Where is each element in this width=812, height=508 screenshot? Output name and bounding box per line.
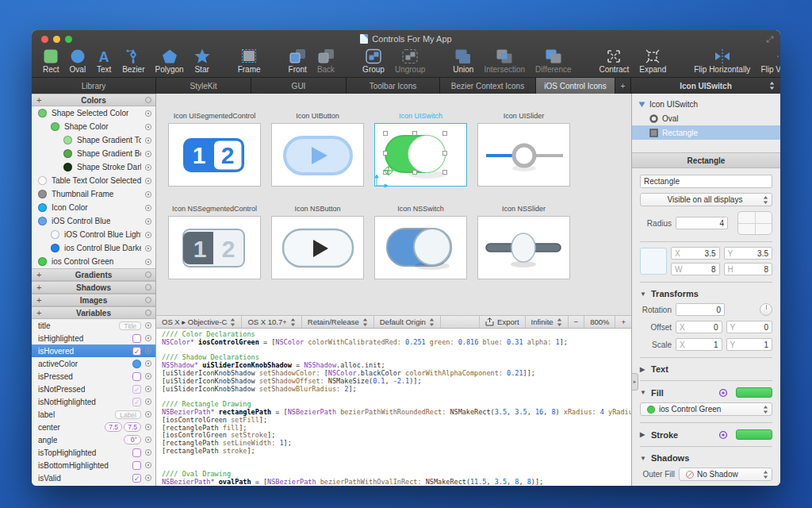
- offset-y-field[interactable]: Y0: [726, 321, 773, 333]
- variable-value-field[interactable]: 7.5: [124, 422, 141, 432]
- canvas-card-icon-uiswitch[interactable]: [374, 123, 467, 187]
- tab-bezier-context-icons[interactable]: Bezier Context Icons: [440, 78, 536, 94]
- color-item-shape-stroke-darker[interactable]: Shape Stroke Darker: [32, 160, 155, 174]
- tab-toolbar-icons[interactable]: Toolbar Icons: [347, 78, 440, 94]
- shadows-section[interactable]: ▼ Shadows: [640, 453, 772, 463]
- export-button[interactable]: Export: [479, 316, 524, 328]
- variable-item-center[interactable]: center7.57.5: [32, 421, 155, 433]
- toolbar-group-button[interactable]: Group: [362, 48, 385, 74]
- canvas-card-icon-nssegmentedcontrol[interactable]: 12: [168, 216, 261, 279]
- variable-item-ispressed[interactable]: isPressed: [32, 370, 155, 383]
- color-item-shape-selected-color[interactable]: Shape Selected Color: [32, 106, 155, 120]
- toolbar-front-button[interactable]: Front: [289, 48, 307, 74]
- variable-item-activecolor[interactable]: activeColor: [32, 357, 155, 370]
- variable-item-isvalid[interactable]: isValid✓: [32, 471, 155, 484]
- variable-checkbox[interactable]: ✓: [132, 398, 141, 406]
- variable-checkbox[interactable]: ✓: [132, 474, 141, 483]
- canvas-card-icon-uisegmentedcontrol[interactable]: 12: [168, 123, 261, 187]
- color-item-ios-control-blue-darker[interactable]: ios Control Blue Darker: [32, 241, 155, 255]
- library-section-variables[interactable]: +Variables: [32, 306, 155, 319]
- tab-stylekit[interactable]: StyleKit: [156, 78, 251, 94]
- variable-checkbox[interactable]: [132, 334, 141, 343]
- add-icon[interactable]: +: [36, 95, 41, 105]
- radius-field[interactable]: 4: [676, 217, 728, 229]
- rotation-dial[interactable]: [760, 303, 772, 316]
- scale-x-field[interactable]: X1: [676, 338, 722, 351]
- code-popup-retain-release[interactable]: Retain/Release: [302, 316, 374, 328]
- variable-item-ishighlighted[interactable]: isHighlighted: [32, 332, 155, 344]
- code-view[interactable]: //// Color DeclarationsNSColor* iosContr…: [156, 329, 631, 486]
- variable-item-title[interactable]: titleTitle: [32, 319, 155, 332]
- toolbar-rect-button[interactable]: Rect: [43, 48, 59, 74]
- variable-checkbox[interactable]: [132, 461, 141, 470]
- color-item-icon-color[interactable]: Icon Color: [32, 201, 155, 214]
- layer-icon-uiswitch[interactable]: Icon UISwitch: [632, 97, 780, 111]
- canvas-card-icon-uislider[interactable]: [477, 123, 570, 187]
- fill-swatch[interactable]: [736, 387, 772, 398]
- toolbar-oval-button[interactable]: Oval: [70, 48, 86, 74]
- fill-target-icon[interactable]: [718, 388, 728, 398]
- toolbar-union-button[interactable]: Union: [453, 48, 473, 74]
- title-bar[interactable]: Controls For My App ⤢: [32, 30, 780, 48]
- text-section[interactable]: ▶ Text: [640, 364, 772, 374]
- toolbar-flip-horizontally-button[interactable]: Flip Horizontally: [694, 48, 750, 74]
- toolbar-expand-button[interactable]: Expand: [639, 48, 666, 74]
- stroke-swatch[interactable]: [736, 429, 772, 440]
- color-item-shape-gradient-top[interactable]: Shape Gradient Top: [32, 133, 155, 147]
- layer-oval[interactable]: Oval: [632, 111, 780, 125]
- add-icon[interactable]: +: [36, 295, 41, 305]
- variable-item-istophighlighted[interactable]: isTopHighlighted: [32, 446, 155, 459]
- canvas-card-icon-uibutton[interactable]: [271, 123, 364, 187]
- width-field[interactable]: W8: [671, 263, 720, 275]
- tab-ios-control-icons[interactable]: iOS Control Icons: [536, 78, 615, 94]
- variable-item-isnothighlighted[interactable]: isNotHighlighted✓: [32, 395, 155, 408]
- selection-handles[interactable]: [375, 124, 466, 186]
- toolbar-text-button[interactable]: AText: [96, 48, 112, 74]
- color-item-shape-color[interactable]: Shape Color: [32, 120, 155, 133]
- color-item-ios-control-blue-light[interactable]: iOS Control Blue Light: [32, 228, 155, 241]
- color-item-shape-gradient-bottom[interactable]: Shape Gradient Bottom: [32, 147, 155, 160]
- library-section-gradients[interactable]: +Gradients: [32, 268, 155, 281]
- panel-collapse-button[interactable]: ▸: [632, 373, 638, 391]
- canvas-card-icon-nsbutton[interactable]: [271, 216, 364, 279]
- rotation-field[interactable]: 0: [676, 303, 725, 316]
- color-item-ios-control-blue[interactable]: iOS Control Blue: [32, 214, 155, 228]
- color-item-ios-control-green[interactable]: ios Control Green: [32, 255, 155, 268]
- toolbar-star-button[interactable]: Star: [194, 48, 210, 74]
- stroke-section[interactable]: ▶ Stroke: [640, 429, 772, 440]
- variable-checkbox[interactable]: [132, 448, 141, 457]
- variable-color-dot[interactable]: [132, 360, 141, 368]
- add-icon[interactable]: +: [36, 270, 41, 279]
- code-popup-os-x-10-7-[interactable]: OS X 10.7+: [242, 316, 301, 328]
- toolbar-frame-button[interactable]: Frame: [238, 48, 261, 74]
- library-section-images[interactable]: +Images: [32, 294, 155, 306]
- visibility-popup[interactable]: Visible on all displays: [640, 193, 772, 206]
- toolbar-bezier-button[interactable]: Bezier: [122, 48, 144, 74]
- canvas[interactable]: Icon UISegmentedControl12Icon UIButtonIc…: [156, 94, 631, 315]
- code-popup-default-origin[interactable]: Default Origin: [374, 316, 441, 328]
- variable-item-angle[interactable]: angle0°: [32, 433, 155, 446]
- x-field[interactable]: X3.5: [671, 247, 720, 260]
- variable-checkbox[interactable]: ✓: [132, 347, 141, 356]
- zoom-out-button[interactable]: −: [568, 316, 584, 328]
- variable-value-field[interactable]: 7.5: [105, 422, 122, 432]
- add-icon[interactable]: +: [36, 283, 41, 292]
- variable-item-ishovered[interactable]: isHovered✓: [32, 344, 155, 357]
- toolbar-polygon-button[interactable]: Polygon: [155, 48, 183, 74]
- height-field[interactable]: H8: [724, 263, 773, 275]
- variable-checkbox[interactable]: [132, 372, 141, 381]
- fill-color-popup[interactable]: ios Control Green: [640, 402, 772, 416]
- fullscreen-icon[interactable]: ⤢: [766, 34, 773, 44]
- scale-y-field[interactable]: Y1: [726, 338, 773, 351]
- transforms-section[interactable]: ▼ Transforms: [640, 289, 772, 298]
- canvas-card-icon-nsslider[interactable]: [477, 216, 570, 279]
- variable-item-isbottomhighlighted[interactable]: isBottomHighlighted: [32, 459, 155, 471]
- variable-item-isnotpressed[interactable]: isNotPressed✓: [32, 383, 155, 395]
- tab-library[interactable]: Library: [32, 78, 156, 94]
- variable-value-field[interactable]: 0°: [124, 435, 141, 444]
- toolbar-flip-vertically-button[interactable]: Flip Vertically: [760, 48, 780, 74]
- stroke-target-icon[interactable]: [718, 430, 728, 440]
- library-section-shadows[interactable]: +Shadows: [32, 281, 155, 294]
- inspector-header[interactable]: Icon UISwitch: [631, 78, 780, 94]
- y-field[interactable]: Y3.5: [724, 247, 773, 260]
